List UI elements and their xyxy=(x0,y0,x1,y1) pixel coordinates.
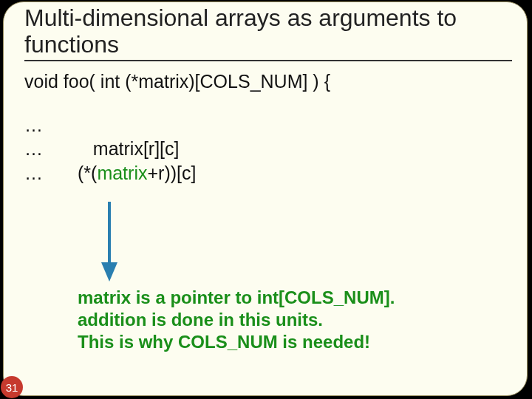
code-text-green: matrix xyxy=(97,163,147,183)
ellipsis: … xyxy=(24,115,78,136)
expr-matrix-rc: matrix[r][c] xyxy=(78,138,180,160)
ellipsis: … xyxy=(24,163,78,184)
slide-body: void foo( int (*matrix)[COLS_NUM] ) { … … xyxy=(24,72,512,187)
explain-line: This is why COLS_NUM is needed! xyxy=(78,331,506,353)
expr-deref: (*(matrix+r))[c] xyxy=(78,163,196,184)
code-row: … (*(matrix+r))[c] xyxy=(24,163,512,184)
page-number-badge: 31 xyxy=(1,376,23,398)
code-row: … matrix[r][c] xyxy=(24,138,512,160)
function-signature: void foo( int (*matrix)[COLS_NUM] ) { xyxy=(24,72,512,92)
explain-line: addition is done in this units. xyxy=(78,309,506,331)
ellipsis: … xyxy=(24,138,78,160)
svg-marker-1 xyxy=(101,262,117,282)
code-text: ))[c] xyxy=(164,163,196,183)
code-row: … xyxy=(24,115,512,136)
explanation-block: matrix is a pointer to int[COLS_NUM]. ad… xyxy=(78,287,506,353)
code-text: +r xyxy=(147,163,164,183)
arrow-down-icon xyxy=(98,202,120,276)
code-text: matrix[r][c] xyxy=(93,138,180,159)
code-block: … … matrix[r][c] … (*(matrix+r))[c] xyxy=(24,115,512,184)
slide-title: Multi-dimensional arrays as arguments to… xyxy=(24,5,512,61)
code-text: (*( xyxy=(78,163,97,183)
explain-line: matrix is a pointer to int[COLS_NUM]. xyxy=(78,287,506,309)
slide-frame: Multi-dimensional arrays as arguments to… xyxy=(3,1,528,396)
